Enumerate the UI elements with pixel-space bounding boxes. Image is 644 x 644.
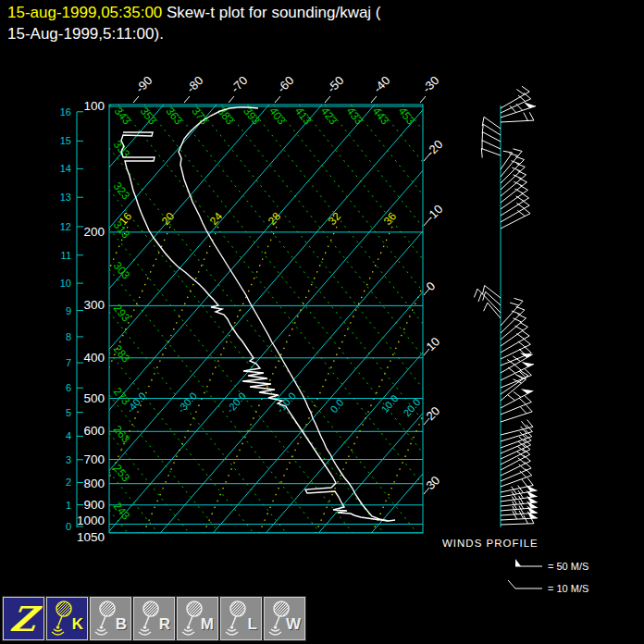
- svg-text:20: 20: [159, 209, 178, 228]
- skewt-grid: [0, 105, 644, 533]
- temperature-trace: [179, 107, 395, 521]
- dry-adiabat-lines: [109, 105, 644, 533]
- svg-text:283: 283: [111, 342, 133, 365]
- svg-text:30: 30: [424, 473, 443, 492]
- svg-text:-50: -50: [325, 73, 347, 95]
- svg-text:1050: 1050: [77, 530, 105, 544]
- svg-text:4: 4: [66, 430, 71, 441]
- dewpoint-trace: [121, 132, 388, 521]
- toolbar-button-station-m[interactable]: M: [177, 597, 218, 640]
- pressure-lines: [109, 106, 423, 533]
- svg-text:-60: -60: [275, 73, 297, 95]
- svg-text:0: 0: [424, 279, 439, 293]
- toolbar-button-station-b[interactable]: B: [90, 597, 131, 640]
- svg-text:20.0: 20.0: [401, 396, 422, 418]
- svg-text:6: 6: [66, 382, 71, 393]
- svg-text:343: 343: [112, 105, 134, 128]
- svg-text:443: 443: [370, 105, 392, 128]
- top-temp-axis: -90-80-70-60-50-40-30: [133, 73, 442, 103]
- svg-text:-90: -90: [133, 73, 155, 95]
- svg-text:2: 2: [66, 477, 71, 488]
- right-temp-axis: -20-100102030: [424, 137, 446, 494]
- window-title: 15-aug-1999,05:35:00 Skew-t plot for sou…: [7, 2, 637, 44]
- svg-text:363: 363: [163, 105, 185, 128]
- altitude-axis: 012345678910111213141516: [60, 106, 83, 532]
- svg-text:8: 8: [66, 331, 71, 342]
- winds-profile-label: WINDS PROFILE: [442, 538, 539, 549]
- svg-text:323: 323: [111, 180, 133, 203]
- svg-text:13: 13: [60, 192, 71, 203]
- svg-text:413: 413: [292, 105, 315, 128]
- skewt-app-window: 15-aug-1999,05:35:00 Skew-t plot for sou…: [0, 0, 644, 644]
- svg-text:-30.0: -30.0: [175, 390, 199, 415]
- svg-text:= 10 M/S: = 10 M/S: [548, 583, 588, 594]
- toolbar-button-station-k[interactable]: K: [46, 597, 88, 640]
- wind-legend-row: = 50 M/S: [515, 559, 588, 572]
- svg-text:0: 0: [66, 521, 71, 532]
- svg-text:263: 263: [111, 423, 133, 446]
- title-text: Skew-t plot for sounding/kwaj (: [162, 4, 380, 21]
- svg-text:14: 14: [60, 163, 71, 174]
- svg-text:-10.0: -10.0: [274, 390, 298, 415]
- svg-text:-80: -80: [184, 73, 206, 95]
- svg-text:500: 500: [83, 391, 105, 405]
- svg-text:15: 15: [60, 135, 71, 146]
- svg-text:373: 373: [189, 105, 211, 128]
- svg-text:400: 400: [83, 351, 105, 365]
- station-letter: W: [286, 615, 301, 634]
- svg-text:16: 16: [60, 106, 71, 118]
- svg-text:243: 243: [111, 500, 133, 523]
- toolbar-button-station-r[interactable]: R: [133, 597, 175, 640]
- svg-text:-10: -10: [424, 202, 446, 224]
- svg-text:9: 9: [66, 305, 71, 316]
- svg-text:700: 700: [83, 452, 105, 466]
- svg-text:433: 433: [344, 105, 366, 128]
- svg-text:10: 10: [424, 334, 443, 353]
- svg-text:7: 7: [66, 357, 71, 368]
- svg-text:1: 1: [66, 500, 71, 511]
- svg-text:12: 12: [60, 221, 71, 232]
- svg-text:800: 800: [83, 477, 105, 490]
- isotherm-lines: [0, 105, 644, 533]
- svg-text:36: 36: [381, 209, 400, 228]
- z-glyph: Z: [1, 598, 46, 639]
- svg-text:-40: -40: [371, 73, 393, 95]
- svg-text:200: 200: [83, 225, 105, 239]
- svg-text:600: 600: [83, 424, 105, 438]
- toolbar: Z K B R M: [3, 597, 305, 642]
- title-timestamp: 15-aug-1999,05:35:00: [7, 4, 162, 21]
- pressure-axis-labels: 10020030040050060070080090010001050: [77, 99, 105, 544]
- svg-text:10.0: 10.0: [378, 392, 400, 415]
- svg-text:-20.0: -20.0: [224, 390, 248, 415]
- toolbar-button-station-w[interactable]: W: [264, 597, 305, 640]
- svg-text:353: 353: [138, 105, 160, 128]
- skewt-plot-canvas: 3433533633733833934034134234334434533333…: [0, 57, 644, 598]
- station-letter: L: [248, 615, 257, 634]
- svg-text:293: 293: [111, 302, 133, 325]
- station-letter: M: [201, 615, 214, 634]
- toolbar-button-z[interactable]: Z: [3, 597, 44, 640]
- svg-text:1000: 1000: [77, 514, 105, 527]
- wind-legend-row: = 10 M/S: [508, 580, 588, 594]
- svg-text:-70: -70: [229, 73, 251, 95]
- wind-profile: [474, 86, 538, 527]
- moist-line-labels: 162024283236: [117, 209, 400, 228]
- station-letter: R: [159, 615, 170, 634]
- svg-text:5: 5: [66, 407, 71, 418]
- svg-text:423: 423: [318, 105, 341, 128]
- svg-text:453: 453: [396, 105, 418, 128]
- svg-text:10: 10: [60, 278, 71, 289]
- svg-text:-30: -30: [420, 73, 442, 95]
- toolbar-button-station-l[interactable]: L: [220, 597, 262, 640]
- svg-text:3: 3: [66, 454, 71, 465]
- svg-text:403: 403: [266, 105, 289, 128]
- station-letter: B: [116, 615, 127, 634]
- svg-text:11: 11: [61, 250, 71, 261]
- station-letter: K: [72, 615, 83, 634]
- title-line2: 15-Aug-1999,5:11:00).: [7, 25, 164, 43]
- svg-text:= 50 M/S: = 50 M/S: [548, 561, 588, 572]
- svg-text:24: 24: [207, 209, 226, 228]
- svg-text:-20: -20: [424, 137, 446, 159]
- svg-text:32: 32: [326, 209, 344, 228]
- svg-text:303: 303: [111, 259, 133, 282]
